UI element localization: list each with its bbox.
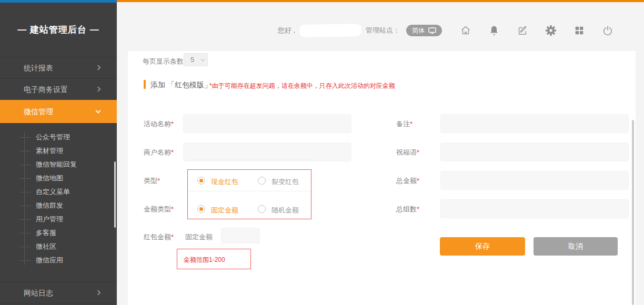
section-title: 添加 「红包模版」 bbox=[150, 80, 212, 90]
sidebar-item-community[interactable]: 微社区 bbox=[0, 240, 117, 253]
sidebar-item-site-log[interactable]: 网站日志 bbox=[0, 282, 117, 303]
activity-name-input[interactable] bbox=[183, 114, 351, 133]
home-icon[interactable] bbox=[460, 25, 471, 36]
content-scrollbar[interactable] bbox=[632, 120, 634, 305]
sidebar-item-wechat-app[interactable]: 微信应用 bbox=[0, 253, 117, 267]
required-mark: * bbox=[171, 205, 174, 213]
fixed-amount-prefix: 固定金额 bbox=[185, 232, 213, 242]
row-divider bbox=[188, 191, 311, 191]
amount-type-label: 金额类型* bbox=[144, 205, 174, 214]
power-icon[interactable] bbox=[602, 25, 613, 36]
sidebar-item-multi-service[interactable]: 多客服 bbox=[0, 226, 117, 240]
sidebar-item-official-account[interactable]: 公众号管理 bbox=[0, 130, 117, 144]
sidebar-item-material[interactable]: 素材管理 bbox=[0, 144, 117, 158]
section-accent-bar bbox=[144, 80, 146, 89]
site-label: 管理站点： bbox=[366, 26, 400, 35]
per-page-value: 5 bbox=[190, 56, 194, 64]
tree-tick bbox=[20, 137, 31, 138]
tree-tick bbox=[20, 219, 31, 220]
required-mark: * bbox=[417, 148, 419, 156]
gear-icon[interactable] bbox=[545, 25, 557, 36]
tree-tick bbox=[20, 178, 31, 179]
required-mark: * bbox=[417, 177, 419, 185]
sidebar-item-wechat-map[interactable]: 微信地图 bbox=[0, 171, 117, 185]
sidebar-item-stats[interactable]: 统计报表 bbox=[0, 57, 117, 78]
radio-fixed-amount-label[interactable]: 固定金额 bbox=[211, 206, 238, 215]
section-warning: *由于可能存在超发问题，请在余额中，只存入此次活动的对应金额 bbox=[209, 82, 395, 90]
monitor-icon bbox=[428, 27, 436, 34]
radio-cash-packet[interactable] bbox=[197, 177, 205, 185]
tree-tick bbox=[20, 233, 31, 233]
required-mark: * bbox=[171, 233, 174, 241]
remark-label: 备注* bbox=[396, 119, 412, 129]
tree-tick bbox=[20, 206, 31, 206]
total-groups-label: 总组数* bbox=[396, 205, 419, 214]
sidebar-scrollbar[interactable] bbox=[114, 161, 116, 228]
tree-tick bbox=[20, 260, 31, 261]
sidebar-item-label: 网站日志 bbox=[24, 289, 53, 297]
required-mark: * bbox=[417, 205, 419, 213]
sidebar-item-label: 统计报表 bbox=[24, 64, 53, 72]
sidebar-item-label: 微信管理 bbox=[24, 107, 53, 116]
radio-random-amount-label[interactable]: 随机金额 bbox=[271, 206, 299, 215]
tree-tick bbox=[20, 192, 31, 192]
amount-range-note: 金额范围1-200 bbox=[184, 256, 225, 265]
blessing-input[interactable] bbox=[440, 143, 629, 161]
tree-tick bbox=[20, 247, 31, 247]
chevron-right-icon bbox=[96, 86, 101, 92]
amount-range-box: 金额范围1-200 bbox=[177, 249, 251, 269]
required-mark: * bbox=[171, 148, 174, 156]
sidebar-item-custom-menu[interactable]: 自定义菜单 bbox=[0, 185, 117, 199]
total-amount-input[interactable] bbox=[440, 171, 629, 190]
chevron-down-icon bbox=[96, 108, 101, 114]
blessing-label: 祝福语* bbox=[396, 148, 419, 157]
radio-random-amount[interactable] bbox=[258, 205, 266, 213]
merchant-name-input[interactable] bbox=[183, 143, 351, 161]
remark-input[interactable] bbox=[440, 114, 629, 133]
radio-fixed-amount[interactable] bbox=[197, 205, 205, 213]
packet-amount-label: 红包金额* bbox=[144, 232, 174, 242]
per-page-label: 每页显示条数 bbox=[143, 57, 184, 66]
chevron-right-icon bbox=[96, 65, 101, 70]
app-title: — 建站管理后台 — bbox=[0, 3, 117, 57]
sidebar-item-mass-send[interactable]: 微信群发 bbox=[0, 199, 117, 212]
sidebar-item-ecommerce[interactable]: 电子商务设置 bbox=[0, 78, 117, 100]
merchant-name-label: 商户名称* bbox=[144, 148, 174, 157]
chevron-right-icon bbox=[96, 290, 101, 295]
content-card: 每页显示条数 5 添加 「红包模版」 *由于可能存在超发问题，请在余额中，只存入… bbox=[128, 51, 636, 305]
radio-fission-packet[interactable] bbox=[258, 177, 266, 185]
language-pill[interactable]: 简体 bbox=[406, 25, 442, 36]
topbar-blue-accent bbox=[0, 0, 117, 3]
bell-icon[interactable] bbox=[488, 25, 500, 36]
sidebar-item-label: 电子商务设置 bbox=[24, 85, 68, 94]
tree-tick bbox=[20, 151, 31, 151]
fixed-amount-input[interactable] bbox=[221, 228, 260, 243]
greeting-text: 您好 , bbox=[278, 26, 295, 35]
total-amount-label: 总金额* bbox=[396, 176, 419, 186]
required-mark: * bbox=[171, 120, 174, 128]
total-groups-input[interactable] bbox=[440, 199, 629, 218]
sidebar-item-smart-reply[interactable]: 微信智能回复 bbox=[0, 158, 117, 171]
edit-icon[interactable] bbox=[517, 25, 528, 36]
tree-tick bbox=[20, 165, 31, 165]
per-page-select[interactable]: 5 bbox=[184, 53, 208, 66]
sidebar: — 建站管理后台 — 统计报表 电子商务设置 微信管理 公众号管理 素材管理 微… bbox=[0, 3, 117, 305]
row-divider bbox=[187, 159, 312, 160]
type-label: 类型* bbox=[144, 176, 160, 186]
required-mark: * bbox=[157, 177, 160, 185]
cancel-button[interactable]: 取消 bbox=[534, 237, 618, 256]
apps-icon[interactable] bbox=[573, 25, 585, 36]
language-label: 简体 bbox=[412, 26, 425, 35]
sidebar-item-user-mgmt[interactable]: 用户管理 bbox=[0, 212, 117, 226]
activity-name-label: 活动名称* bbox=[144, 119, 174, 129]
save-button[interactable]: 保存 bbox=[440, 237, 525, 256]
topbar-orange-accent bbox=[117, 0, 644, 2]
header: 您好 , 管理站点： 简体 bbox=[278, 21, 613, 40]
sidebar-item-wechat[interactable]: 微信管理 bbox=[0, 100, 117, 123]
wechat-submenu: 公众号管理 素材管理 微信智能回复 微信地图 自定义菜单 微信群发 用户管理 多… bbox=[0, 123, 117, 272]
redacted-username bbox=[299, 24, 361, 37]
required-mark: * bbox=[410, 120, 412, 128]
radio-cash-packet-label[interactable]: 现金红包 bbox=[211, 177, 238, 187]
chevron-down-icon bbox=[200, 57, 205, 61]
radio-fission-packet-label[interactable]: 裂变红包 bbox=[271, 177, 299, 187]
